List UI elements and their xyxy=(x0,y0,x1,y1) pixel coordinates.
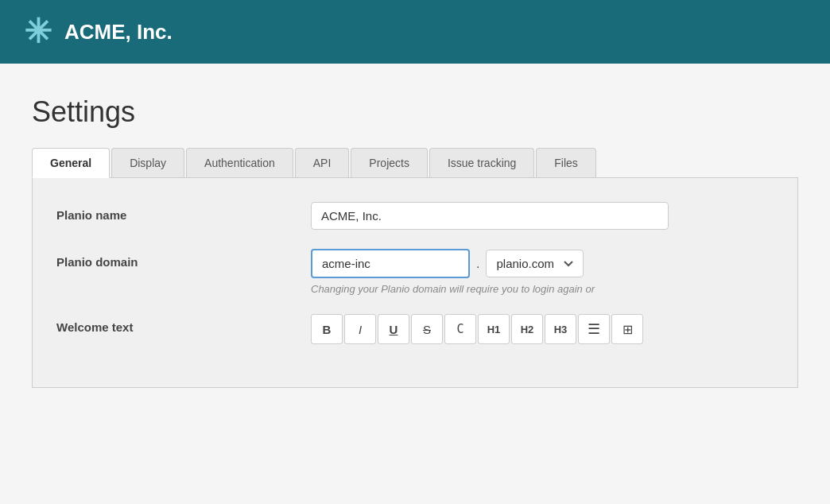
toolbar-table-button[interactable]: ⊞ xyxy=(611,314,643,344)
page-title: Settings xyxy=(32,95,798,129)
welcome-text-control: B I U S C H1 H2 H3 ☰ ⊞ xyxy=(311,314,774,344)
tab-issue-tracking[interactable]: Issue tracking xyxy=(429,148,534,177)
planio-domain-control: . planio.com Changing your Planio domain… xyxy=(311,249,774,295)
planio-domain-row: Planio domain . planio.com Changing your… xyxy=(56,249,774,295)
toolbar-h2-button[interactable]: H2 xyxy=(511,314,543,344)
toolbar-list-button[interactable]: ☰ xyxy=(578,314,610,344)
planio-name-input[interactable] xyxy=(311,202,669,230)
planio-domain-suffix-select[interactable]: planio.com xyxy=(486,250,584,277)
domain-separator: . xyxy=(476,257,479,271)
welcome-text-label: Welcome text xyxy=(56,314,311,334)
main-content: Settings General Display Authentication … xyxy=(0,64,830,388)
welcome-text-row: Welcome text B I U S C H1 H2 H3 ☰ ⊞ xyxy=(56,314,774,344)
app-title: ACME, Inc. xyxy=(64,20,173,45)
tab-api[interactable]: API xyxy=(295,148,350,177)
app-logo-icon: ✳ xyxy=(24,15,52,48)
planio-name-control xyxy=(311,202,774,230)
toolbar-strikethrough-button[interactable]: S xyxy=(411,314,443,344)
tab-files[interactable]: Files xyxy=(536,148,596,177)
toolbar-code-button[interactable]: C xyxy=(444,314,476,344)
toolbar-bold-button[interactable]: B xyxy=(311,314,343,344)
planio-domain-label: Planio domain xyxy=(56,249,311,269)
planio-domain-input[interactable] xyxy=(311,249,470,278)
toolbar-italic-button[interactable]: I xyxy=(344,314,376,344)
planio-name-label: Planio name xyxy=(56,202,311,222)
editor-toolbar: B I U S C H1 H2 H3 ☰ ⊞ xyxy=(311,314,774,344)
domain-row-inputs: . planio.com xyxy=(311,249,774,278)
planio-domain-hint: Changing your Planio domain will require… xyxy=(311,283,774,295)
tab-general[interactable]: General xyxy=(32,148,110,178)
settings-panel: Planio name Planio domain . planio.com C… xyxy=(32,178,798,388)
toolbar-underline-button[interactable]: U xyxy=(378,314,409,344)
toolbar-h1-button[interactable]: H1 xyxy=(478,314,510,344)
settings-tabs: General Display Authentication API Proje… xyxy=(32,148,798,178)
tab-authentication[interactable]: Authentication xyxy=(186,148,293,177)
toolbar-h3-button[interactable]: H3 xyxy=(545,314,576,344)
tab-display[interactable]: Display xyxy=(111,148,184,177)
tab-projects[interactable]: Projects xyxy=(351,148,428,177)
app-header: ✳ ACME, Inc. xyxy=(0,0,830,64)
planio-name-row: Planio name xyxy=(56,202,774,230)
